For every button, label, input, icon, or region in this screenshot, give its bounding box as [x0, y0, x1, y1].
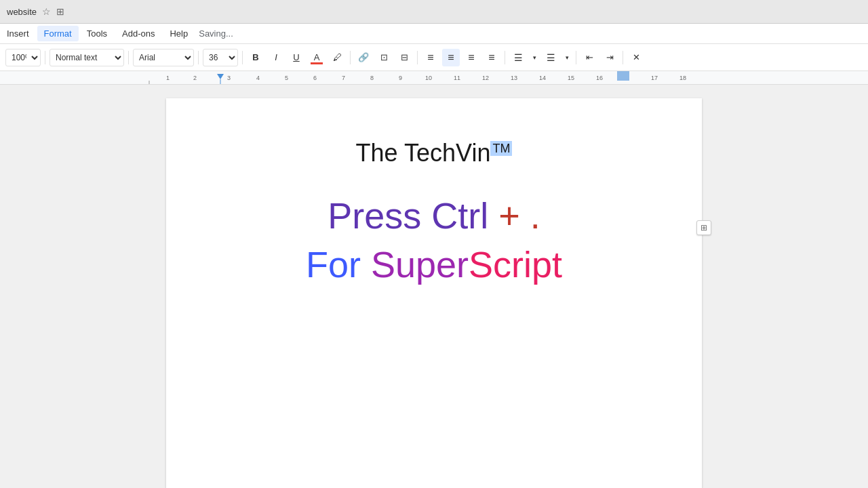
page: The TechVinTM Press Ctrl + . For SuperSc… — [166, 98, 702, 488]
extension-icon[interactable]: ⊞ — [56, 6, 64, 17]
tm-superscript: TM — [490, 141, 512, 156]
image-button[interactable]: ⊡ — [375, 49, 393, 66]
sep6 — [417, 51, 418, 64]
align-justify-button[interactable]: ≡ — [483, 49, 500, 66]
svg-text:3: 3 — [227, 75, 231, 81]
numbered-list-button[interactable]: ☰ — [509, 49, 527, 66]
sep3 — [198, 51, 199, 64]
plus-word: + — [498, 195, 530, 236]
svg-text:7: 7 — [342, 75, 345, 81]
italic-button[interactable]: I — [267, 49, 285, 66]
svg-text:12: 12 — [482, 75, 489, 81]
document-area[interactable]: The TechVinTM Press Ctrl + . For SuperSc… — [0, 85, 868, 488]
drawing-button[interactable]: ⊟ — [395, 49, 413, 66]
saving-status: Saving... — [199, 28, 233, 39]
sep4 — [242, 51, 243, 64]
svg-text:4: 4 — [256, 75, 260, 81]
svg-text:17: 17 — [651, 75, 658, 81]
menu-tools[interactable]: Tools — [80, 26, 114, 41]
ruler-svg: 1 2 3 4 5 6 7 8 9 10 11 12 13 14 15 16 1… — [0, 71, 868, 85]
super-word: Super — [371, 244, 469, 285]
link-button[interactable]: 🔗 — [355, 49, 372, 66]
underline-button[interactable]: U — [288, 49, 305, 66]
highlight-icon: 🖊 — [333, 52, 342, 62]
title-main-text: The TechVin — [356, 139, 491, 167]
ctrl-word: Ctrl — [431, 195, 498, 236]
for-superscript-line: For SuperScript — [220, 243, 648, 285]
dot-word: . — [530, 195, 540, 236]
dropdown-bulleted[interactable]: ▾ — [562, 49, 572, 66]
menu-insert[interactable]: Insert — [0, 26, 36, 41]
sep8 — [576, 51, 576, 64]
svg-text:10: 10 — [425, 75, 432, 81]
svg-text:15: 15 — [568, 75, 574, 81]
svg-text:1: 1 — [166, 75, 170, 81]
sep9 — [623, 51, 623, 64]
font-color-button[interactable]: A — [308, 49, 326, 66]
press-ctrl-line: Press Ctrl + . — [220, 195, 648, 237]
svg-text:2: 2 — [193, 75, 197, 81]
main-layout: Insert Format Tools Add-ons Help Saving.… — [0, 24, 868, 488]
svg-text:6: 6 — [313, 75, 317, 81]
ruler: 1 2 3 4 5 6 7 8 9 10 11 12 13 14 15 16 1… — [0, 71, 868, 85]
bold-button[interactable]: B — [247, 49, 264, 66]
sep1 — [45, 51, 45, 64]
align-left-button[interactable]: ≡ — [422, 49, 439, 66]
menu-format[interactable]: Format — [37, 26, 79, 41]
svg-rect-0 — [0, 71, 868, 85]
sep5 — [350, 51, 351, 64]
dropdown-numbered[interactable]: ▾ — [530, 49, 539, 66]
script-word: Script — [469, 244, 562, 285]
font-select[interactable]: Arial — [133, 49, 194, 66]
menu-help[interactable]: Help — [163, 26, 195, 41]
style-select[interactable]: Normal text — [50, 49, 124, 66]
svg-text:14: 14 — [539, 75, 546, 81]
menu-addons[interactable]: Add-ons — [115, 26, 161, 41]
align-center-button[interactable]: ≡ — [442, 49, 460, 66]
bulleted-list-button[interactable]: ☰ — [542, 49, 559, 66]
align-right-button[interactable]: ≡ — [462, 49, 480, 66]
svg-text:9: 9 — [399, 75, 402, 81]
svg-text:5: 5 — [285, 75, 288, 81]
expand-icon: ⊞ — [701, 223, 707, 232]
svg-rect-19 — [617, 71, 629, 81]
bookmark-icon[interactable]: ☆ — [42, 6, 51, 17]
document-title-line: The TechVinTM — [220, 139, 648, 167]
toolbar: 100% Normal text Arial 36 B I U A 🖊 🔗 ⊡ … — [0, 44, 868, 71]
indent-increase-button[interactable]: ⇥ — [601, 49, 618, 66]
font-size-select[interactable]: 36 — [203, 49, 238, 66]
font-color-bar — [311, 62, 323, 64]
expand-panel-button[interactable]: ⊞ — [696, 220, 711, 235]
font-color-label: A — [314, 52, 320, 62]
svg-text:16: 16 — [596, 75, 603, 81]
svg-text:18: 18 — [679, 75, 686, 81]
for-word: For — [306, 244, 371, 285]
browser-bar: website ☆ ⊞ — [0, 0, 868, 24]
press-word: Press — [328, 195, 431, 236]
svg-text:13: 13 — [511, 75, 517, 81]
svg-text:8: 8 — [370, 75, 374, 81]
sep2 — [128, 51, 129, 64]
sep7 — [505, 51, 505, 64]
browser-title: website — [7, 7, 37, 17]
zoom-select[interactable]: 100% — [5, 49, 41, 66]
menu-bar: Insert Format Tools Add-ons Help Saving.… — [0, 24, 868, 44]
indent-decrease-button[interactable]: ⇤ — [580, 49, 598, 66]
clear-format-button[interactable]: ✕ — [627, 49, 645, 66]
svg-text:11: 11 — [454, 75, 460, 81]
highlight-button[interactable]: 🖊 — [328, 49, 346, 66]
